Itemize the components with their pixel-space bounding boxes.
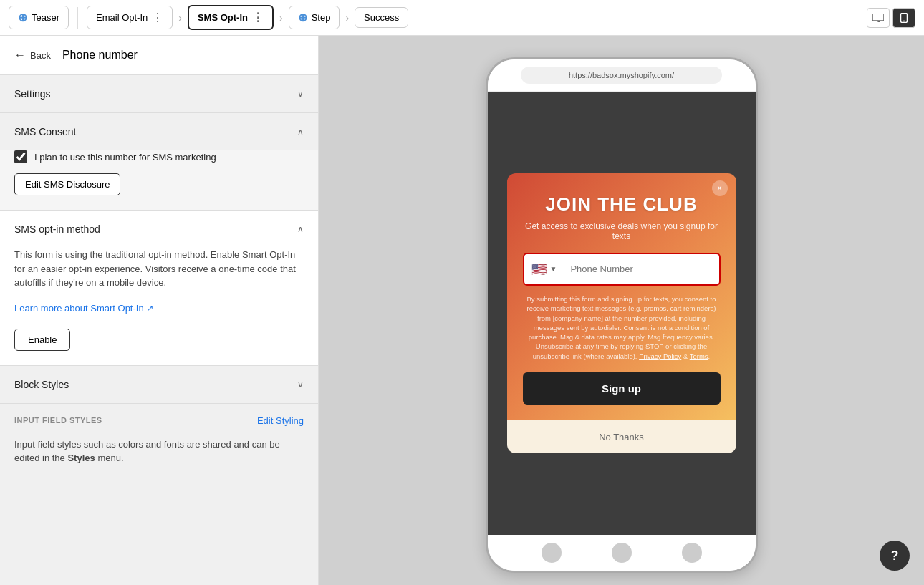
phone-nav-dot-3 bbox=[682, 543, 702, 563]
input-field-title: INPUT FIELD STYLES bbox=[14, 416, 102, 425]
phone-input-row: 🇺🇸 ▼ bbox=[523, 253, 721, 286]
back-button[interactable]: ← Back bbox=[14, 49, 51, 62]
block-styles-header[interactable]: Block Styles ∨ bbox=[0, 366, 318, 403]
settings-section: Settings ∨ bbox=[0, 75, 318, 113]
popup-modal: × JOIN THE CLUB Get access to exclusive … bbox=[507, 173, 736, 453]
flag-dropdown-icon: ▼ bbox=[550, 265, 557, 273]
phone-nav-dot-1 bbox=[542, 543, 562, 563]
flag-selector[interactable]: 🇺🇸 ▼ bbox=[524, 254, 565, 284]
nav-step[interactable]: ⊕ Step bbox=[289, 6, 340, 29]
plus-icon: ⊕ bbox=[18, 11, 27, 24]
consent-text: By submitting this form and signing up f… bbox=[523, 294, 721, 361]
modal-subtitle: Get access to exclusive deals when you s… bbox=[523, 221, 721, 241]
input-field-styles-section: INPUT FIELD STYLES Edit Styling Input fi… bbox=[0, 404, 318, 480]
sms-optin-header[interactable]: SMS opt-in method ∧ bbox=[0, 211, 318, 248]
sms-consent-section: SMS Consent ∧ I plan to use this number … bbox=[0, 113, 318, 211]
sms-consent-header[interactable]: SMS Consent ∧ bbox=[0, 113, 318, 150]
right-preview: https://badsox.myshopify.com/ × JOIN THE… bbox=[319, 36, 924, 585]
nav-email-optin-label: Email Opt-In bbox=[96, 12, 148, 23]
modal-close-button[interactable]: × bbox=[712, 180, 728, 196]
nav-sms-optin-dots[interactable]: ⋮ bbox=[252, 11, 264, 24]
external-link-icon: ↗ bbox=[147, 304, 153, 313]
input-field-header: INPUT FIELD STYLES Edit Styling bbox=[0, 404, 318, 437]
settings-header[interactable]: Settings ∨ bbox=[0, 75, 318, 112]
sms-optin-description: This form is using the traditional opt-i… bbox=[0, 248, 318, 301]
sms-marketing-label: I plan to use this number for SMS market… bbox=[34, 152, 216, 163]
smart-optin-link[interactable]: Learn more about Smart Opt-In ↗ bbox=[14, 303, 153, 314]
block-styles-title: Block Styles bbox=[14, 379, 69, 390]
privacy-policy-link[interactable]: Privacy Policy bbox=[639, 352, 681, 360]
help-button[interactable]: ? bbox=[880, 541, 910, 571]
svg-rect-0 bbox=[872, 14, 884, 21]
sms-marketing-checkbox[interactable] bbox=[14, 150, 27, 163]
modal-footer: No Thanks bbox=[507, 420, 736, 453]
nav-email-optin[interactable]: Email Opt-In ⋮ bbox=[87, 6, 173, 29]
nav-teaser[interactable]: ⊕ Teaser bbox=[9, 6, 69, 29]
nav-sms-optin[interactable]: SMS Opt-In ⋮ bbox=[188, 5, 274, 30]
smart-optin-link-label: Learn more about Smart Opt-In bbox=[14, 303, 144, 314]
nav-success-label: Success bbox=[364, 12, 399, 23]
panel-title: Phone number bbox=[62, 49, 138, 62]
settings-title: Settings bbox=[14, 88, 51, 100]
view-icons bbox=[867, 8, 915, 28]
plus-icon-2: ⊕ bbox=[298, 11, 307, 24]
mobile-view-btn[interactable] bbox=[892, 8, 915, 28]
enable-button[interactable]: Enable bbox=[14, 329, 70, 351]
flag-emoji: 🇺🇸 bbox=[531, 261, 547, 277]
checkbox-row: I plan to use this number for SMS market… bbox=[14, 150, 304, 163]
phone-mockup: https://badsox.myshopify.com/ × JOIN THE… bbox=[486, 57, 758, 573]
svg-point-3 bbox=[903, 20, 905, 21]
desktop-view-btn[interactable] bbox=[867, 8, 890, 28]
phone-nav-dot-2 bbox=[612, 543, 632, 563]
top-nav: ⊕ Teaser Email Opt-In ⋮ › SMS Opt-In ⋮ ›… bbox=[0, 0, 924, 36]
modal-body: × JOIN THE CLUB Get access to exclusive … bbox=[507, 173, 736, 420]
phone-top-bar: https://badsox.myshopify.com/ bbox=[488, 59, 756, 92]
nav-divider-1 bbox=[77, 7, 78, 29]
phone-content: × JOIN THE CLUB Get access to exclusive … bbox=[488, 92, 756, 535]
sms-consent-chevron: ∧ bbox=[297, 127, 304, 137]
nav-teaser-label: Teaser bbox=[32, 12, 59, 23]
modal-title: JOIN THE CLUB bbox=[523, 193, 721, 216]
block-styles-chevron: ∨ bbox=[297, 379, 304, 390]
back-label: Back bbox=[30, 50, 51, 61]
sms-optin-chevron: ∧ bbox=[297, 224, 304, 234]
help-icon: ? bbox=[891, 548, 899, 564]
input-field-desc: Input field styles such as colors and fo… bbox=[0, 437, 318, 480]
sms-optin-section: SMS opt-in method ∧ This form is using t… bbox=[0, 211, 318, 366]
sms-consent-body: I plan to use this number for SMS market… bbox=[0, 150, 318, 210]
main-layout: ← Back Phone number Settings ∨ SMS Conse… bbox=[0, 36, 924, 585]
close-icon: × bbox=[717, 183, 722, 193]
nav-arrow-1: › bbox=[178, 12, 182, 24]
no-thanks-button[interactable]: No Thanks bbox=[599, 432, 644, 443]
panel-header: ← Back Phone number bbox=[0, 36, 318, 75]
nav-step-label: Step bbox=[312, 12, 331, 23]
back-arrow-icon: ← bbox=[14, 49, 26, 62]
sms-consent-title: SMS Consent bbox=[14, 126, 76, 137]
nav-sms-optin-label: SMS Opt-In bbox=[198, 12, 248, 23]
phone-input-field[interactable] bbox=[564, 256, 718, 281]
phone-bottom-bar bbox=[488, 535, 756, 571]
signup-button[interactable]: Sign up bbox=[523, 372, 721, 405]
terms-link[interactable]: Terms bbox=[690, 352, 708, 360]
nav-success[interactable]: Success bbox=[355, 7, 408, 28]
block-styles-section: Block Styles ∨ bbox=[0, 366, 318, 404]
modal-overlay: × JOIN THE CLUB Get access to exclusive … bbox=[488, 92, 756, 535]
url-bar: https://badsox.myshopify.com/ bbox=[521, 67, 722, 84]
nav-arrow-3: › bbox=[345, 12, 349, 24]
nav-arrow-2: › bbox=[279, 12, 283, 24]
sms-optin-title: SMS opt-in method bbox=[14, 223, 100, 235]
edit-sms-disclosure-button[interactable]: Edit SMS Disclosure bbox=[14, 173, 120, 195]
left-panel: ← Back Phone number Settings ∨ SMS Conse… bbox=[0, 36, 319, 585]
edit-styling-link[interactable]: Edit Styling bbox=[257, 415, 304, 426]
nav-email-optin-dots[interactable]: ⋮ bbox=[152, 11, 163, 24]
settings-chevron: ∨ bbox=[297, 89, 304, 99]
